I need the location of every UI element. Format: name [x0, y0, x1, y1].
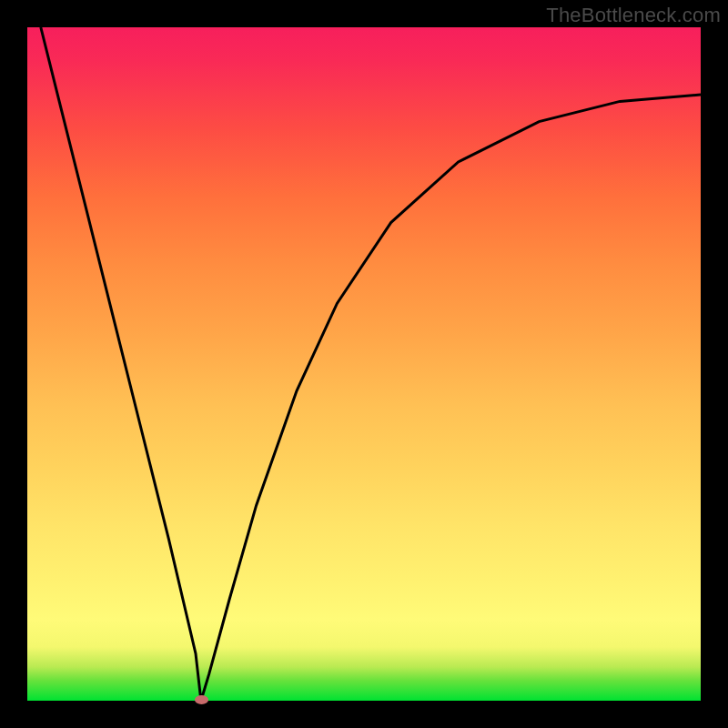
plot-area — [27, 27, 701, 701]
watermark-text: TheBottleneck.com — [546, 4, 721, 27]
bottleneck-curve — [27, 27, 701, 701]
minimum-marker — [195, 695, 208, 704]
curve-line — [41, 27, 701, 701]
chart-frame: TheBottleneck.com — [0, 0, 728, 728]
